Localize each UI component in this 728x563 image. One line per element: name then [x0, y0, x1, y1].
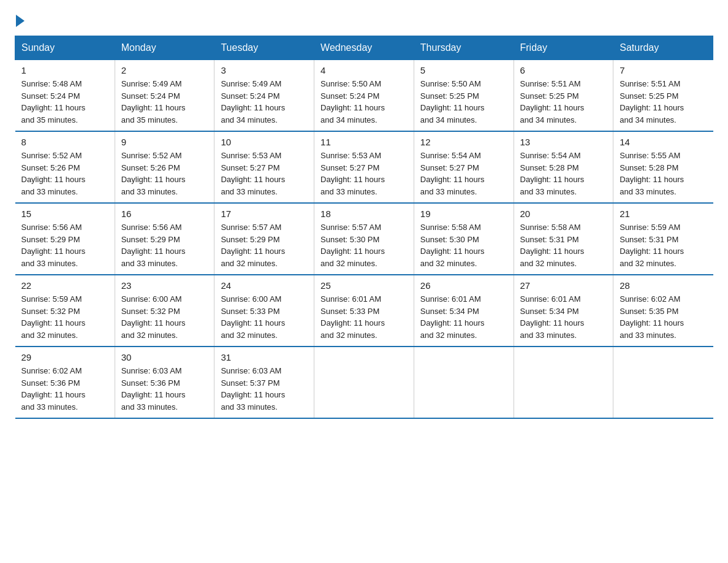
calendar-cell: 8 Sunrise: 5:52 AMSunset: 5:26 PMDayligh…	[15, 131, 115, 203]
weekday-header-tuesday: Tuesday	[214, 36, 314, 60]
day-number: 13	[520, 137, 607, 147]
day-number: 17	[221, 209, 308, 219]
calendar-cell: 29 Sunrise: 6:02 AMSunset: 5:36 PMDaylig…	[15, 347, 115, 418]
day-number: 30	[121, 352, 208, 362]
day-number: 12	[420, 137, 507, 147]
calendar-cell: 11 Sunrise: 5:53 AMSunset: 5:27 PMDaylig…	[314, 131, 414, 203]
day-number: 26	[420, 280, 507, 291]
day-info: Sunrise: 5:58 AMSunset: 5:30 PMDaylight:…	[420, 221, 507, 269]
calendar-cell: 9 Sunrise: 5:52 AMSunset: 5:26 PMDayligh…	[115, 131, 214, 203]
calendar-cell: 21 Sunrise: 5:59 AMSunset: 5:31 PMDaylig…	[613, 203, 713, 275]
weekday-header-saturday: Saturday	[613, 36, 713, 60]
day-number: 29	[21, 352, 108, 362]
day-info: Sunrise: 5:57 AMSunset: 5:30 PMDaylight:…	[320, 221, 408, 269]
day-number: 20	[520, 209, 607, 219]
day-info: Sunrise: 5:54 AMSunset: 5:27 PMDaylight:…	[420, 150, 507, 197]
day-info: Sunrise: 6:01 AMSunset: 5:34 PMDaylight:…	[420, 293, 507, 341]
day-info: Sunrise: 6:00 AMSunset: 5:32 PMDaylight:…	[121, 293, 208, 341]
day-info: Sunrise: 5:53 AMSunset: 5:27 PMDaylight:…	[221, 150, 308, 197]
day-number: 11	[320, 137, 408, 147]
day-number: 18	[320, 209, 408, 219]
day-info: Sunrise: 5:54 AMSunset: 5:28 PMDaylight:…	[520, 150, 607, 197]
day-info: Sunrise: 6:02 AMSunset: 5:36 PMDaylight:…	[21, 365, 108, 413]
day-info: Sunrise: 5:49 AMSunset: 5:24 PMDaylight:…	[221, 78, 308, 126]
day-info: Sunrise: 5:59 AMSunset: 5:31 PMDaylight:…	[620, 221, 707, 269]
day-info: Sunrise: 5:49 AMSunset: 5:24 PMDaylight:…	[121, 78, 208, 126]
day-info: Sunrise: 5:57 AMSunset: 5:29 PMDaylight:…	[221, 221, 308, 269]
weekday-header-monday: Monday	[115, 36, 214, 60]
calendar-cell	[314, 347, 414, 418]
day-number: 15	[21, 209, 108, 219]
day-info: Sunrise: 6:01 AMSunset: 5:34 PMDaylight:…	[520, 293, 607, 341]
day-info: Sunrise: 5:56 AMSunset: 5:29 PMDaylight:…	[21, 221, 108, 269]
day-number: 5	[420, 65, 507, 75]
calendar-cell: 16 Sunrise: 5:56 AMSunset: 5:29 PMDaylig…	[115, 203, 214, 275]
day-number: 9	[121, 137, 208, 147]
day-number: 22	[21, 280, 108, 291]
day-number: 27	[520, 280, 607, 291]
calendar-cell: 17 Sunrise: 5:57 AMSunset: 5:29 PMDaylig…	[214, 203, 314, 275]
day-number: 28	[620, 280, 707, 291]
calendar-cell: 23 Sunrise: 6:00 AMSunset: 5:32 PMDaylig…	[115, 275, 214, 347]
calendar-week-row: 15 Sunrise: 5:56 AMSunset: 5:29 PMDaylig…	[15, 203, 713, 275]
page-header	[15, 15, 713, 25]
calendar-cell: 25 Sunrise: 6:01 AMSunset: 5:33 PMDaylig…	[314, 275, 414, 347]
day-number: 8	[21, 137, 108, 147]
day-number: 4	[320, 65, 408, 75]
calendar-cell	[613, 347, 713, 418]
day-number: 1	[21, 65, 108, 75]
calendar-cell	[514, 347, 613, 418]
calendar-week-row: 22 Sunrise: 5:59 AMSunset: 5:32 PMDaylig…	[15, 275, 713, 347]
calendar-cell: 24 Sunrise: 6:00 AMSunset: 5:33 PMDaylig…	[214, 275, 314, 347]
day-number: 31	[221, 352, 308, 362]
day-number: 21	[620, 209, 707, 219]
calendar-cell: 26 Sunrise: 6:01 AMSunset: 5:34 PMDaylig…	[414, 275, 514, 347]
day-info: Sunrise: 6:00 AMSunset: 5:33 PMDaylight:…	[221, 293, 308, 341]
calendar-cell: 13 Sunrise: 5:54 AMSunset: 5:28 PMDaylig…	[514, 131, 613, 203]
weekday-header-wednesday: Wednesday	[314, 36, 414, 60]
calendar-cell: 5 Sunrise: 5:50 AMSunset: 5:25 PMDayligh…	[414, 60, 514, 132]
day-info: Sunrise: 5:50 AMSunset: 5:25 PMDaylight:…	[420, 78, 507, 126]
day-info: Sunrise: 5:51 AMSunset: 5:25 PMDaylight:…	[620, 78, 707, 126]
weekday-header-thursday: Thursday	[414, 36, 514, 60]
day-number: 14	[620, 137, 707, 147]
day-info: Sunrise: 5:58 AMSunset: 5:31 PMDaylight:…	[520, 221, 607, 269]
day-number: 6	[520, 65, 607, 75]
calendar-cell: 27 Sunrise: 6:01 AMSunset: 5:34 PMDaylig…	[514, 275, 613, 347]
calendar-cell: 14 Sunrise: 5:55 AMSunset: 5:28 PMDaylig…	[613, 131, 713, 203]
day-info: Sunrise: 6:02 AMSunset: 5:35 PMDaylight:…	[620, 293, 707, 341]
day-number: 23	[121, 280, 208, 291]
calendar-table: SundayMondayTuesdayWednesdayThursdayFrid…	[15, 36, 713, 419]
calendar-cell: 7 Sunrise: 5:51 AMSunset: 5:25 PMDayligh…	[613, 60, 713, 132]
day-info: Sunrise: 5:52 AMSunset: 5:26 PMDaylight:…	[121, 150, 208, 197]
calendar-cell: 22 Sunrise: 5:59 AMSunset: 5:32 PMDaylig…	[15, 275, 115, 347]
logo	[15, 15, 26, 25]
calendar-cell: 20 Sunrise: 5:58 AMSunset: 5:31 PMDaylig…	[514, 203, 613, 275]
day-number: 10	[221, 137, 308, 147]
calendar-cell: 15 Sunrise: 5:56 AMSunset: 5:29 PMDaylig…	[15, 203, 115, 275]
day-number: 24	[221, 280, 308, 291]
day-info: Sunrise: 5:52 AMSunset: 5:26 PMDaylight:…	[21, 150, 108, 197]
calendar-header-row: SundayMondayTuesdayWednesdayThursdayFrid…	[15, 36, 713, 60]
weekday-header-sunday: Sunday	[15, 36, 115, 60]
day-info: Sunrise: 5:56 AMSunset: 5:29 PMDaylight:…	[121, 221, 208, 269]
day-info: Sunrise: 5:50 AMSunset: 5:24 PMDaylight:…	[320, 78, 408, 126]
calendar-week-row: 8 Sunrise: 5:52 AMSunset: 5:26 PMDayligh…	[15, 131, 713, 203]
calendar-cell: 31 Sunrise: 6:03 AMSunset: 5:37 PMDaylig…	[214, 347, 314, 418]
day-number: 19	[420, 209, 507, 219]
day-number: 2	[121, 65, 208, 75]
day-info: Sunrise: 5:59 AMSunset: 5:32 PMDaylight:…	[21, 293, 108, 341]
day-info: Sunrise: 6:03 AMSunset: 5:36 PMDaylight:…	[121, 365, 208, 413]
day-number: 16	[121, 209, 208, 219]
day-info: Sunrise: 5:51 AMSunset: 5:25 PMDaylight:…	[520, 78, 607, 126]
calendar-cell: 2 Sunrise: 5:49 AMSunset: 5:24 PMDayligh…	[115, 60, 214, 132]
day-info: Sunrise: 6:01 AMSunset: 5:33 PMDaylight:…	[320, 293, 408, 341]
day-info: Sunrise: 5:55 AMSunset: 5:28 PMDaylight:…	[620, 150, 707, 197]
logo-arrow-icon	[16, 15, 25, 27]
day-number: 7	[620, 65, 707, 75]
day-info: Sunrise: 5:53 AMSunset: 5:27 PMDaylight:…	[320, 150, 408, 197]
calendar-cell: 19 Sunrise: 5:58 AMSunset: 5:30 PMDaylig…	[414, 203, 514, 275]
day-number: 3	[221, 65, 308, 75]
weekday-header-friday: Friday	[514, 36, 613, 60]
calendar-cell: 18 Sunrise: 5:57 AMSunset: 5:30 PMDaylig…	[314, 203, 414, 275]
